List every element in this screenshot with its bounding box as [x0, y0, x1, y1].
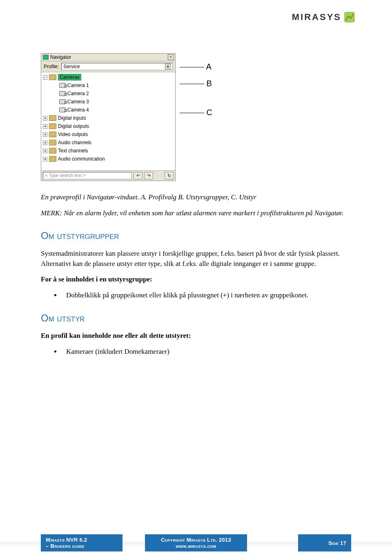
section1-paragraph: Systemadministratorer kan plassere utsty… [41, 249, 351, 269]
tree-label: Video outputs [58, 132, 88, 137]
folder-icon [49, 74, 56, 80]
search-input[interactable]: < Type search text > [43, 172, 132, 179]
camera-icon [59, 91, 66, 96]
profile-label: Profile: [44, 64, 59, 69]
folder-icon [49, 156, 56, 162]
footer-page: Side 17 [328, 540, 346, 546]
page-footer: Mirasys NVR 6.2 – Brukers guide Copyrigh… [0, 529, 392, 558]
camera-icon [59, 107, 66, 112]
page-content: Navigator × Profile: Service ▾ − Cameras [41, 53, 351, 360]
tree-group[interactable]: + Digital outputs [41, 122, 175, 130]
body-text: En prøveprofil i Navigatør-vinduet. A. P… [41, 192, 351, 357]
search-row: < Type search text > ↶ ↷ ↻ [41, 170, 175, 181]
section1-list: Dobbelklikk på gruppeikonet eller klikk … [61, 290, 351, 301]
tree-group-cameras[interactable]: − Cameras [41, 73, 175, 81]
callout-a: A [206, 62, 211, 71]
note-paragraph: MERK: Når en alarm lyder, vil enheten so… [41, 208, 351, 219]
section-title-utstyrgrupper: Om utstyrgrupper [41, 229, 351, 243]
navigator-tree: − Cameras Camera 1 Camera 2 Camera 3 [41, 72, 175, 170]
tree-group[interactable]: + Audio communication [41, 155, 175, 163]
tree-item-camera[interactable]: Camera 2 [41, 89, 175, 98]
close-icon[interactable]: × [168, 54, 174, 60]
navigator-title-text: Navigator [50, 54, 71, 60]
brand-header: MIRASYS [292, 11, 355, 23]
folder-icon [49, 123, 56, 129]
footer-sub: – Brukers guide [46, 543, 118, 549]
tree-label: Audio channels [58, 140, 91, 145]
list-item: Kameraer (inkludert Domekameraer) [61, 347, 351, 357]
folder-icon [49, 140, 56, 145]
profile-select[interactable]: Service ▾ [61, 63, 173, 70]
expand-icon[interactable]: + [43, 132, 47, 137]
tree-label: Digital inputs [58, 115, 86, 121]
footer-url: www.mirasys.com [176, 543, 216, 549]
search-next-button[interactable]: ↷ [144, 172, 153, 179]
collapse-icon[interactable]: − [43, 75, 47, 80]
navigator-figure: Navigator × Profile: Service ▾ − Cameras [41, 53, 351, 181]
list-item: Dobbelklikk på gruppeikonet eller klikk … [61, 290, 351, 301]
expand-icon[interactable]: + [43, 149, 47, 153]
footer-copyright: Copyright Mirasys Ltd. 2013 [161, 537, 231, 543]
tree-item-camera[interactable]: Camera 4 [41, 106, 175, 114]
tree-label: Camera 3 [67, 99, 89, 105]
section1-bold: For å se innholdet i en utstyrsgruppe: [41, 275, 351, 285]
brand-name: MIRASYS [292, 12, 341, 22]
expand-icon[interactable]: + [43, 116, 47, 121]
brand-logo-icon [344, 11, 355, 23]
folder-icon [49, 148, 56, 154]
expand-icon[interactable]: + [43, 141, 47, 145]
tree-item-camera[interactable]: Camera 1 [41, 81, 175, 89]
tree-item-camera[interactable]: Camera 3 [41, 98, 175, 106]
tree-label: Text channels [58, 148, 88, 154]
navigator-panel: Navigator × Profile: Service ▾ − Cameras [41, 53, 176, 181]
tree-label-cameras: Cameras [58, 74, 81, 80]
tree-label: Audio communication [58, 156, 105, 162]
tree-label: Camera 4 [67, 107, 89, 113]
tree-label: Digital outputs [58, 123, 89, 129]
navigator-titlebar: Navigator × [41, 54, 175, 61]
callout-c: C [207, 108, 212, 117]
profile-value: Service [63, 64, 80, 69]
tree-label: Camera 1 [67, 83, 89, 88]
footer-right: Side 17 [298, 534, 351, 551]
tree-group[interactable]: + Video outputs [41, 130, 175, 138]
footer-product: Mirasys NVR 6.2 [46, 537, 118, 543]
folder-icon [49, 132, 56, 137]
section-title-utstyr: Om utstyr [41, 311, 351, 326]
footer-left: Mirasys NVR 6.2 – Brukers guide [41, 534, 122, 551]
search-prev-button[interactable]: ↶ [134, 172, 143, 179]
tree-label: Camera 2 [67, 91, 89, 96]
chevron-down-icon[interactable]: ▾ [165, 64, 171, 69]
camera-icon [59, 83, 66, 88]
folder-icon [49, 115, 56, 121]
footer-center: Copyright Mirasys Ltd. 2013 www.mirasys.… [145, 534, 247, 551]
tree-group[interactable]: + Digital inputs [41, 114, 175, 122]
camera-icon [59, 99, 66, 104]
callout-letters: A B C [180, 53, 212, 117]
expand-icon[interactable]: + [43, 124, 47, 129]
section2-list: Kameraer (inkludert Domekameraer) [61, 347, 351, 357]
figure-caption: En prøveprofil i Navigatør-vinduet. A. P… [41, 192, 351, 203]
profile-row: Profile: Service ▾ [41, 61, 175, 72]
expand-icon[interactable]: + [43, 157, 47, 161]
search-go-button[interactable]: ↻ [165, 172, 174, 179]
tree-group[interactable]: + Audio channels [41, 138, 175, 147]
section2-bold: En profil kan inneholde noe eller alt de… [41, 331, 351, 341]
navigator-icon [43, 55, 49, 60]
callout-b: B [207, 79, 212, 88]
tree-group[interactable]: + Text channels [41, 147, 175, 155]
